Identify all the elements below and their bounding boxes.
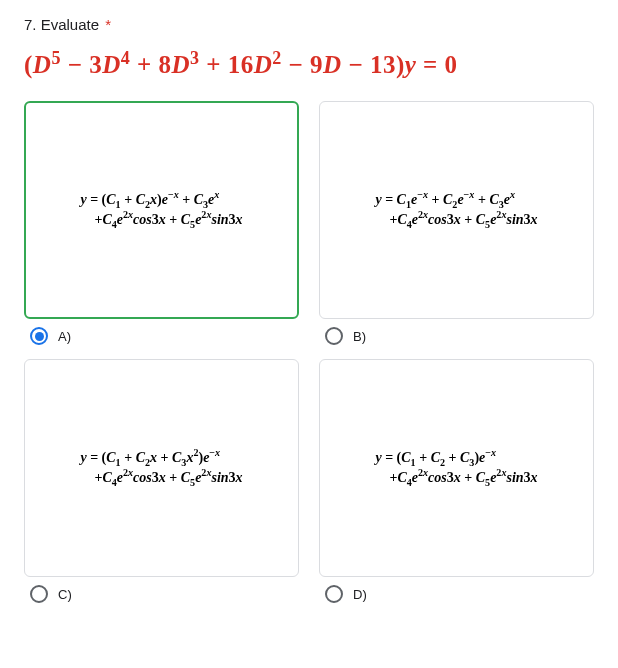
question-title: 7. Evaluate * bbox=[24, 16, 594, 33]
option-a-image-box[interactable]: y = (C1 + C2x)e−x + C3ex +C4e2xcos3x + C… bbox=[24, 101, 299, 319]
radio-icon bbox=[30, 327, 48, 345]
option-a-cell: y = (C1 + C2x)e−x + C3ex +C4e2xcos3x + C… bbox=[24, 101, 299, 345]
option-c-radio-row[interactable]: C) bbox=[24, 585, 299, 603]
option-d-cell: y = (C1 + C2 + C3)e−x +C4e2xcos3x + C5e2… bbox=[319, 359, 594, 603]
question-number-text: 7. Evaluate bbox=[24, 16, 99, 33]
option-c-cell: y = (C1 + C2x + C3x2)e−x +C4e2xcos3x + C… bbox=[24, 359, 299, 603]
option-d-radio-row[interactable]: D) bbox=[319, 585, 594, 603]
option-c-image-box[interactable]: y = (C1 + C2x + C3x2)e−x +C4e2xcos3x + C… bbox=[24, 359, 299, 577]
option-c-label: C) bbox=[58, 587, 72, 602]
option-b-cell: y = C1e−x + C2e−x + C3ex +C4e2xcos3x + C… bbox=[319, 101, 594, 345]
option-d-formula: y = (C1 + C2 + C3)e−x +C4e2xcos3x + C5e2… bbox=[375, 448, 537, 489]
radio-icon bbox=[30, 585, 48, 603]
option-a-label: A) bbox=[58, 329, 71, 344]
options-grid: y = (C1 + C2x)e−x + C3ex +C4e2xcos3x + C… bbox=[24, 101, 594, 603]
question-equation: (D5 − 3D4 + 8D3 + 16D2 − 9D − 13)y = 0 bbox=[24, 51, 594, 79]
option-b-radio-row[interactable]: B) bbox=[319, 327, 594, 345]
option-c-formula: y = (C1 + C2x + C3x2)e−x +C4e2xcos3x + C… bbox=[80, 448, 242, 489]
option-b-formula: y = C1e−x + C2e−x + C3ex +C4e2xcos3x + C… bbox=[375, 190, 537, 231]
option-a-formula: y = (C1 + C2x)e−x + C3ex +C4e2xcos3x + C… bbox=[80, 190, 242, 231]
required-asterisk: * bbox=[105, 16, 111, 33]
option-b-image-box[interactable]: y = C1e−x + C2e−x + C3ex +C4e2xcos3x + C… bbox=[319, 101, 594, 319]
option-b-label: B) bbox=[353, 329, 366, 344]
option-d-label: D) bbox=[353, 587, 367, 602]
radio-icon bbox=[325, 327, 343, 345]
option-a-radio-row[interactable]: A) bbox=[24, 327, 299, 345]
option-d-image-box[interactable]: y = (C1 + C2 + C3)e−x +C4e2xcos3x + C5e2… bbox=[319, 359, 594, 577]
radio-icon bbox=[325, 585, 343, 603]
